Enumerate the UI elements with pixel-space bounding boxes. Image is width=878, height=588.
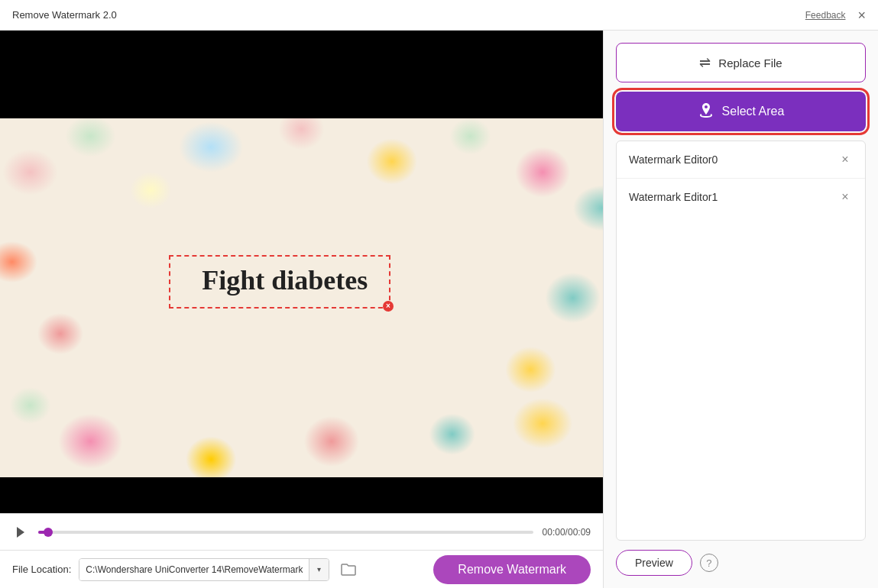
- preview-button[interactable]: Preview: [616, 550, 692, 576]
- list-item: Watermark Editor0 ×: [617, 141, 865, 179]
- replace-icon: ⇌: [699, 54, 711, 71]
- help-icon[interactable]: ?: [700, 554, 718, 572]
- app-window: Remove Watermark 2.0 Feedback × Fight di…: [0, 0, 878, 588]
- watermark-editor0-label: Watermark Editor0: [629, 153, 718, 166]
- title-bar: Remove Watermark 2.0 Feedback ×: [0, 0, 878, 31]
- replace-file-button[interactable]: ⇌ Replace File: [616, 43, 866, 82]
- left-panel: Fight diabetes 00:00/00:09: [0, 31, 603, 588]
- select-area-button[interactable]: Select Area: [616, 92, 866, 131]
- file-location-input[interactable]: [79, 559, 309, 580]
- play-icon: [17, 527, 24, 538]
- progress-bar[interactable]: [38, 531, 533, 534]
- feedback-link[interactable]: Feedback: [805, 10, 846, 21]
- remove-watermark-button[interactable]: Remove Watermark: [433, 555, 591, 584]
- close-button[interactable]: ×: [857, 8, 866, 22]
- list-item: Watermark Editor1 ×: [617, 179, 865, 215]
- folder-icon[interactable]: [337, 558, 360, 581]
- video-controls: 00:00/00:09: [0, 513, 603, 550]
- watermark-editor1-close[interactable]: ×: [838, 189, 853, 205]
- video-black-bottom: [0, 477, 603, 513]
- watermark-list: Watermark Editor0 × Watermark Editor1 ×: [616, 141, 866, 541]
- selection-handle[interactable]: [383, 301, 394, 312]
- video-black-top: [0, 31, 603, 118]
- main-content: Fight diabetes 00:00/00:09: [0, 31, 878, 588]
- watermark-editor0-close[interactable]: ×: [838, 152, 853, 167]
- video-area: Fight diabetes: [0, 31, 603, 513]
- file-location-bar: File Location: ▾ Remove Watermark: [0, 550, 603, 588]
- bottom-controls: Preview ?: [616, 550, 866, 576]
- title-bar-left: Remove Watermark 2.0: [12, 9, 117, 21]
- replace-file-label: Replace File: [718, 57, 782, 69]
- watermark-editor1-label: Watermark Editor1: [629, 191, 718, 203]
- file-location-input-group: ▾: [79, 558, 329, 581]
- file-location-label: File Location:: [12, 564, 71, 575]
- video-image-area: Fight diabetes: [0, 118, 603, 477]
- file-location-dropdown[interactable]: ▾: [309, 559, 329, 580]
- select-area-icon: [698, 102, 714, 122]
- progress-thumb[interactable]: [44, 528, 53, 537]
- play-button[interactable]: [12, 524, 29, 541]
- app-title: Remove Watermark 2.0: [12, 9, 117, 21]
- title-bar-right: Feedback ×: [805, 8, 866, 22]
- watermark-selection-box[interactable]: [169, 255, 390, 309]
- right-panel: ⇌ Replace File Select Area Watermark Edi…: [603, 31, 878, 588]
- time-display: 00:00/00:09: [543, 527, 591, 538]
- select-area-label: Select Area: [722, 105, 785, 118]
